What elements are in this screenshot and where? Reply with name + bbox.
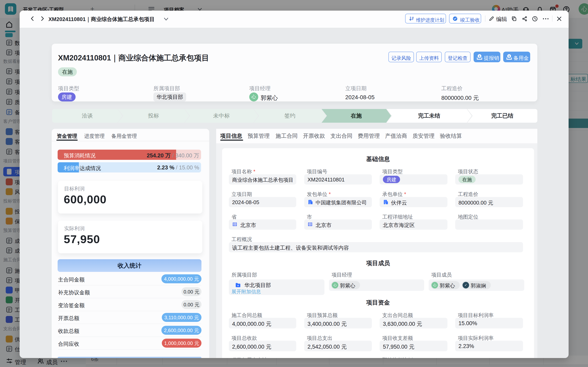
svg-text:$: $ (479, 55, 480, 58)
svg-text:$: $ (508, 55, 510, 58)
